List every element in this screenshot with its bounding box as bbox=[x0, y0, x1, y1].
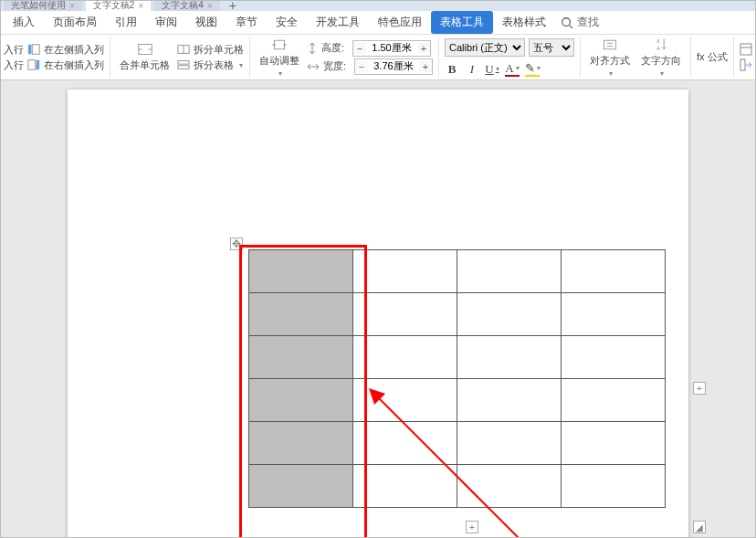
menu-insert[interactable]: 插入 bbox=[4, 11, 44, 34]
width-input[interactable] bbox=[368, 59, 419, 74]
table-cell[interactable] bbox=[249, 250, 353, 293]
table-add-row-handle[interactable]: + bbox=[466, 521, 478, 533]
svg-rect-11 bbox=[178, 61, 189, 65]
table-cell[interactable] bbox=[457, 379, 562, 422]
font-name-select[interactable]: Calibri (正文) bbox=[445, 38, 525, 57]
height-input[interactable] bbox=[366, 41, 417, 56]
table-cell[interactable] bbox=[249, 465, 353, 508]
formula-button[interactable]: fx 公式 bbox=[697, 50, 728, 64]
height-inc[interactable]: + bbox=[417, 43, 430, 54]
insert-col-left-button[interactable]: 在左侧插入列 bbox=[27, 43, 104, 57]
table-cell[interactable] bbox=[353, 293, 457, 336]
table-cell[interactable] bbox=[353, 336, 457, 379]
svg-rect-13 bbox=[274, 40, 284, 49]
table-cell[interactable] bbox=[457, 293, 562, 336]
table-cell[interactable] bbox=[562, 422, 666, 465]
bold-button[interactable]: B bbox=[445, 62, 459, 77]
insert-right-icon bbox=[27, 58, 40, 71]
totext-icon bbox=[740, 58, 752, 71]
calc-icon bbox=[740, 43, 752, 56]
svg-text:A: A bbox=[656, 46, 660, 51]
menu-sections[interactable]: 章节 bbox=[226, 11, 267, 34]
menu-view[interactable]: 视图 bbox=[186, 11, 226, 34]
svg-rect-14 bbox=[604, 40, 616, 49]
split-table-icon bbox=[177, 58, 190, 71]
table-cell[interactable] bbox=[562, 293, 666, 336]
width-label: 宽度: bbox=[323, 59, 351, 73]
align-button[interactable]: 对齐方式 bbox=[586, 36, 634, 79]
table-cell[interactable] bbox=[353, 422, 457, 465]
to-text-button[interactable]: 转换成文本 bbox=[740, 58, 756, 72]
menu-security[interactable]: 安全 bbox=[267, 11, 307, 34]
table-move-handle[interactable]: ✥ bbox=[230, 237, 243, 250]
table-cell[interactable] bbox=[457, 250, 562, 293]
table-cell[interactable] bbox=[249, 336, 353, 379]
table-row bbox=[249, 379, 666, 422]
menu-page-layout[interactable]: 页面布局 bbox=[44, 11, 106, 34]
table-cell[interactable] bbox=[457, 336, 562, 379]
menu-bar: 插入 页面布局 引用 审阅 视图 章节 安全 开发工具 特色应用 表格工具 表格… bbox=[0, 11, 756, 35]
menu-references[interactable]: 引用 bbox=[106, 11, 146, 34]
table-cell[interactable] bbox=[249, 422, 353, 465]
table-add-col-handle[interactable]: + bbox=[693, 382, 706, 395]
height-label: 高度: bbox=[321, 41, 349, 55]
table-cell[interactable] bbox=[353, 250, 457, 293]
menu-table-style[interactable]: 表格样式 bbox=[493, 11, 555, 34]
split-cell-button[interactable]: 拆分单元格 bbox=[177, 43, 244, 57]
workspace: ▦ ✥ + + ◢ bbox=[0, 80, 756, 538]
tab-item[interactable]: 光笔如何使用× bbox=[4, 0, 82, 11]
autofit-button[interactable]: 自动调整 bbox=[256, 36, 303, 79]
table-cell[interactable] bbox=[562, 379, 666, 422]
search-button[interactable]: 查找 bbox=[561, 15, 599, 30]
split-table-button[interactable]: 拆分表格 bbox=[177, 58, 244, 72]
table-cell[interactable] bbox=[249, 379, 353, 422]
table-cell[interactable] bbox=[353, 379, 457, 422]
tab-item[interactable]: 文字文稿4× bbox=[154, 0, 219, 11]
insert-row-below-button[interactable]: 入行 bbox=[4, 58, 24, 72]
close-icon[interactable]: × bbox=[69, 1, 75, 11]
close-icon[interactable]: × bbox=[138, 1, 143, 11]
autofit-icon bbox=[272, 37, 287, 52]
text-direction-button[interactable]: IIA文字方向 bbox=[637, 36, 685, 79]
table-row bbox=[249, 293, 666, 336]
table-cell[interactable] bbox=[562, 465, 666, 508]
merge-cells-button[interactable]: 合并单元格 bbox=[116, 40, 173, 74]
width-inc[interactable]: + bbox=[419, 61, 432, 72]
table-cell[interactable] bbox=[562, 336, 666, 379]
table-cell[interactable] bbox=[353, 465, 457, 508]
underline-button[interactable]: U bbox=[485, 62, 499, 77]
tab-bar: 光笔如何使用× 文字文稿2× 文字文稿4× + bbox=[0, 0, 756, 11]
menu-special[interactable]: 特色应用 bbox=[369, 11, 431, 34]
svg-rect-2 bbox=[28, 45, 32, 55]
width-dec[interactable]: − bbox=[355, 61, 368, 72]
svg-point-0 bbox=[562, 17, 571, 26]
table-resize-handle[interactable]: ◢ bbox=[693, 521, 706, 533]
quick-calc-button[interactable]: 快速计算 bbox=[740, 43, 756, 57]
menu-developer[interactable]: 开发工具 bbox=[307, 11, 369, 34]
search-label: 查找 bbox=[577, 15, 599, 30]
tab-item[interactable]: 文字文稿2× bbox=[86, 0, 151, 11]
font-color-button[interactable]: A bbox=[505, 62, 520, 77]
group-align: 对齐方式 IIA文字方向 bbox=[586, 37, 691, 78]
font-size-select[interactable]: 五号 bbox=[529, 38, 574, 57]
group-autofit: 自动调整 高度: −+ 宽度: −+ bbox=[256, 37, 439, 78]
menu-table-tools[interactable]: 表格工具 bbox=[431, 11, 493, 34]
search-icon bbox=[561, 16, 573, 29]
table-row bbox=[249, 250, 666, 293]
table-cell[interactable] bbox=[457, 465, 562, 508]
italic-button[interactable]: I bbox=[465, 62, 479, 77]
insert-col-right-button[interactable]: 在右侧插入列 bbox=[27, 58, 104, 72]
svg-rect-21 bbox=[740, 59, 745, 70]
direction-icon: IIA bbox=[654, 37, 668, 52]
split-cell-icon bbox=[177, 43, 190, 56]
table-cell[interactable] bbox=[562, 250, 666, 293]
table-cell[interactable] bbox=[457, 422, 562, 465]
height-dec[interactable]: − bbox=[353, 43, 366, 54]
highlight-button[interactable]: ✎ bbox=[525, 62, 540, 77]
document-table[interactable] bbox=[248, 249, 666, 508]
insert-row-above-button[interactable]: 入行 bbox=[4, 43, 24, 57]
close-icon[interactable]: × bbox=[207, 1, 213, 11]
document-page[interactable]: ✥ + + ◢ bbox=[68, 90, 688, 538]
table-cell[interactable] bbox=[249, 293, 353, 336]
menu-review[interactable]: 审阅 bbox=[146, 11, 186, 34]
